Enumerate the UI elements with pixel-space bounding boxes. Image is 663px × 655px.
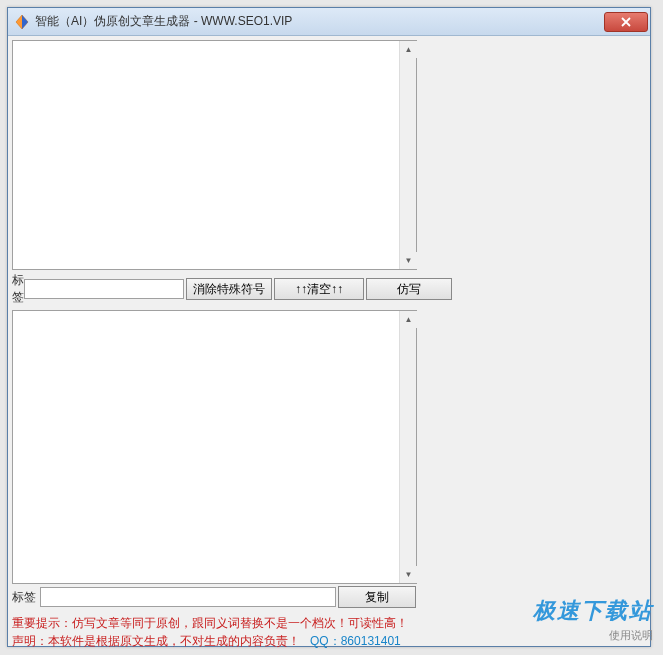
qq-label: QQ： xyxy=(310,634,341,648)
copy-button[interactable]: 复制 xyxy=(338,586,416,608)
warning-text-2: 本软件是根据原文生成，不对生成的内容负责！ xyxy=(48,634,300,648)
warning-prefix-1: 重要提示： xyxy=(12,616,72,630)
watermark-sub: 使用说明 xyxy=(533,628,653,643)
qq-number: 860131401 xyxy=(341,634,401,648)
warning-line2: 声明：本软件是根据原文生成，不对生成的内容负责！ QQ：860131401 xyxy=(12,632,417,650)
input-textarea-wrap: ▲ ▼ xyxy=(12,40,417,270)
scroll-down-icon[interactable]: ▼ xyxy=(400,252,417,269)
warning-box: 重要提示：仿写文章等同于原创，跟同义词替换不是一个档次！可读性高！ 声明：本软件… xyxy=(12,612,417,652)
content-area: ▲ ▼ 标签 消除特殊符号 ↑↑清空↑↑ 仿写 ▲ ▼ 标签 复制 重要提示： xyxy=(8,36,650,655)
scroll-down-icon[interactable]: ▼ xyxy=(400,566,417,583)
output-textarea[interactable] xyxy=(13,311,399,583)
close-icon xyxy=(621,17,631,27)
rewrite-button[interactable]: 仿写 xyxy=(366,278,452,300)
titlebar: 智能（AI）伪原创文章生成器 - WWW.SEO1.VIP xyxy=(8,8,650,36)
input-textarea[interactable] xyxy=(13,41,399,269)
output-textarea-wrap: ▲ ▼ xyxy=(12,310,417,584)
remove-special-button[interactable]: 消除特殊符号 xyxy=(186,278,272,300)
scroll-up-icon[interactable]: ▲ xyxy=(400,41,417,58)
scroll-up-icon[interactable]: ▲ xyxy=(400,311,417,328)
warning-text-1: 仿写文章等同于原创，跟同义词替换不是一个档次！可读性高！ xyxy=(72,616,408,630)
svg-marker-1 xyxy=(22,15,28,29)
input-tag-label: 标签 xyxy=(12,272,24,306)
output-tag-label: 标签 xyxy=(12,589,40,606)
input-toolbar: 标签 消除特殊符号 ↑↑清空↑↑ 仿写 xyxy=(12,272,417,306)
watermark-main: 极速下载站 xyxy=(533,596,653,626)
warning-prefix-2: 声明： xyxy=(12,634,48,648)
input-tag-field[interactable] xyxy=(24,279,184,299)
clear-button[interactable]: ↑↑清空↑↑ xyxy=(274,278,364,300)
watermark: 极速下载站 使用说明 xyxy=(533,596,653,643)
output-toolbar: 标签 复制 xyxy=(12,586,417,608)
output-tag-field[interactable] xyxy=(40,587,336,607)
window-title: 智能（AI）伪原创文章生成器 - WWW.SEO1.VIP xyxy=(35,13,604,30)
input-scrollbar[interactable]: ▲ ▼ xyxy=(399,41,416,269)
app-icon xyxy=(14,14,30,30)
app-window: 智能（AI）伪原创文章生成器 - WWW.SEO1.VIP ▲ ▼ 标签 消除特… xyxy=(7,7,651,647)
output-scrollbar[interactable]: ▲ ▼ xyxy=(399,311,416,583)
close-button[interactable] xyxy=(604,12,648,32)
warning-line1: 重要提示：仿写文章等同于原创，跟同义词替换不是一个档次！可读性高！ xyxy=(12,614,417,632)
